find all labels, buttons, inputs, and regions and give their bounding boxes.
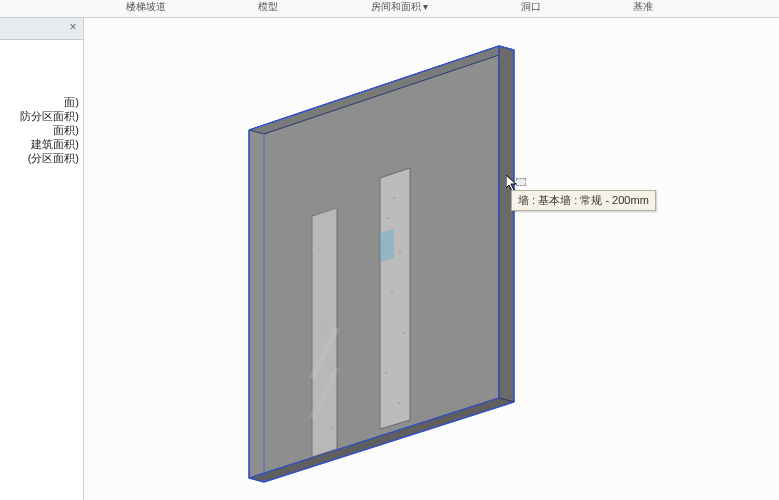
svg-point-24	[393, 197, 394, 198]
list-item[interactable]: 建筑面积)	[0, 137, 81, 151]
svg-point-12	[321, 327, 322, 328]
ribbon-tabs: 楼梯坡道 模型 房间和面积 ▾ 洞口 基准	[0, 0, 779, 18]
svg-point-23	[398, 402, 399, 403]
list-item[interactable]: (分区面积)	[0, 151, 81, 165]
element-tooltip: 墙 : 基本墙 : 常规 - 200mm	[511, 190, 656, 211]
svg-point-22	[385, 372, 386, 373]
ribbon-tab-1[interactable]: 模型	[250, 0, 286, 14]
side-items: 面) 防分区面积) 面积) 建筑面积) (分区面积)	[0, 40, 83, 165]
ribbon-tab-0[interactable]: 楼梯坡道	[118, 0, 174, 14]
main-area: × 面) 防分区面积) 面积) 建筑面积) (分区面积)	[0, 18, 779, 500]
close-icon[interactable]: ×	[65, 20, 81, 36]
panel-header: ×	[0, 18, 83, 40]
svg-point-21	[403, 332, 404, 333]
svg-point-15	[331, 427, 332, 428]
svg-marker-25	[380, 229, 394, 262]
side-panel: × 面) 防分区面积) 面积) 建筑面积) (分区面积)	[0, 18, 84, 500]
hover-indicator-icon	[516, 178, 526, 186]
svg-point-19	[399, 252, 400, 253]
svg-point-20	[391, 292, 392, 293]
ribbon-tab-3[interactable]: 洞口	[513, 0, 549, 14]
ribbon-tab-4[interactable]: 基准	[625, 0, 661, 14]
svg-point-11	[327, 287, 328, 288]
list-item[interactable]: 面)	[0, 95, 81, 109]
ribbon-tab-2[interactable]: 房间和面积 ▾	[363, 0, 437, 14]
svg-marker-2	[499, 46, 514, 402]
wall-model[interactable]	[84, 18, 779, 500]
list-item[interactable]: 面积)	[0, 123, 81, 137]
svg-point-10	[318, 247, 319, 248]
svg-point-13	[330, 367, 331, 368]
viewport-3d[interactable]: 墙 : 基本墙 : 常规 - 200mm	[84, 18, 779, 500]
svg-point-18	[387, 217, 388, 218]
list-item[interactable]: 防分区面积)	[0, 109, 81, 123]
svg-marker-16	[380, 168, 410, 429]
